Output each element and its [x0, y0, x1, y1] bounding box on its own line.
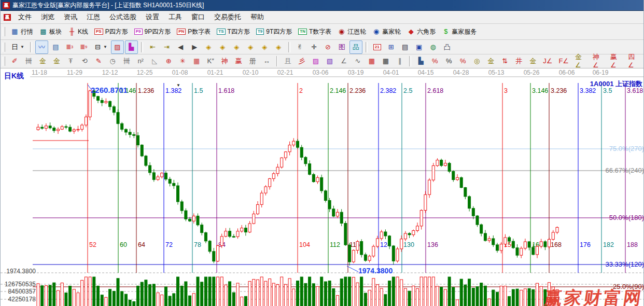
save-button[interactable]: ▣ [413, 40, 426, 54]
hatch-box-button[interactable]: ▧ [323, 54, 336, 68]
f-angle-button[interactable]: F∠ [556, 54, 571, 68]
ruler-scale-button[interactable]: 册 [246, 54, 259, 68]
shen-tool-button[interactable]: 神 [218, 54, 231, 68]
gann-shift-right-button[interactable]: ◈ [216, 40, 229, 54]
tally-grid-button[interactable]: 卌 [22, 54, 35, 68]
zoom-disable-button[interactable]: ⊘ [321, 40, 334, 54]
calendar-button[interactable]: 21 [371, 40, 384, 54]
t-square-button[interactable]: TST四方形 [214, 25, 253, 38]
volume-stat-button[interactable]: ▙ [414, 54, 427, 68]
circle-cross-button[interactable]: ⊕ [162, 54, 175, 68]
parallel-button[interactable]: ∥ [393, 54, 406, 68]
toolbar-handle[interactable] [3, 27, 5, 36]
chart-pattern-button[interactable]: 图 [335, 40, 348, 54]
toolbar-handle[interactable] [3, 57, 5, 66]
pattern-view-button[interactable]: ▨ [111, 40, 124, 54]
four-angle-button[interactable]: 四∠ [625, 54, 642, 68]
grid-target-button[interactable]: ▦ [190, 54, 203, 68]
calculator-button[interactable]: ⊞ [385, 40, 398, 54]
winner-wheel-button[interactable]: ◉赢家轮 [370, 25, 403, 38]
menu-file[interactable]: 文件 [13, 11, 36, 23]
pan-hand-button[interactable]: ✌ [293, 40, 306, 54]
time-circle-button[interactable]: ◷ [106, 54, 119, 68]
volume-view-button[interactable]: ▙ [125, 40, 138, 54]
next-page-button[interactable]: ▶ [188, 40, 201, 54]
gold-section-button[interactable]: 金 [36, 54, 49, 68]
last-page-button[interactable]: ⇥ [160, 40, 173, 54]
mirror-angle-button[interactable]: ◺ [148, 54, 161, 68]
kline-button[interactable]: ╫K线 [65, 25, 91, 38]
crosshair-button[interactable]: ✛ [307, 40, 320, 54]
notes-button[interactable]: ▤ [399, 40, 412, 54]
kline-chart[interactable]: 11-1811-2912-1212-2501-0801-2102-1002-21… [1, 68, 644, 306]
gann-shift-left-button[interactable]: ◈ [202, 40, 215, 54]
gann-fit-button[interactable]: ◈ [272, 40, 285, 54]
prev-page-button[interactable]: ◀ [174, 40, 187, 54]
n-square-button[interactable]: n² [134, 54, 147, 68]
ray-fan-button[interactable]: 彡 [295, 54, 308, 68]
red-grid-button[interactable]: ▦ [365, 54, 378, 68]
bars-9-button[interactable]: Ⅲ9 [77, 40, 90, 54]
gold-circle-button[interactable]: ◎ [470, 54, 483, 68]
brush-angle-button[interactable]: ✎ [92, 54, 105, 68]
menu-gann[interactable]: 江恩 [82, 11, 105, 23]
gann-expand-button[interactable]: ◈ [258, 40, 271, 54]
menu-tools[interactable]: 工具 [164, 11, 187, 23]
angle-set-button[interactable]: ∠ [337, 54, 350, 68]
toolbar-handle[interactable] [3, 43, 5, 52]
time-chart-button[interactable]: 〰 [35, 40, 48, 54]
cluster-button[interactable]: 品 [349, 40, 362, 54]
chart-area[interactable]: 11-1811-2912-1212-2501-0801-2102-1002-21… [1, 68, 644, 306]
frame-grid-button[interactable]: 且 [281, 54, 294, 68]
f-level-button[interactable]: Ŧ [64, 54, 77, 68]
menu-help[interactable]: 帮助 [246, 11, 269, 23]
shen-angle-button[interactable]: 神∠ [590, 54, 607, 68]
percent-line-button[interactable]: % [456, 54, 469, 68]
j-angle-button[interactable]: J∠ [540, 54, 555, 68]
p-square-button[interactable]: PSP四方形 [92, 25, 131, 38]
winner-service-button[interactable]: $赢家服务 [439, 25, 479, 38]
f10-info-button[interactable]: ▤ [49, 40, 62, 54]
web-resource-button[interactable]: ◍ [427, 40, 440, 54]
9p-square-button[interactable]: P99P四方形 [132, 25, 173, 38]
shaded-box-button[interactable]: ▨ [309, 54, 322, 68]
gold-angle2-button[interactable]: 金∠ [572, 54, 589, 68]
menu-news[interactable]: 资讯 [59, 11, 82, 23]
first-page-button[interactable]: ⇤ [146, 40, 159, 54]
gann-compress-button[interactable]: ◈ [244, 40, 257, 54]
9t-square-button[interactable]: T99T四方形 [254, 25, 295, 38]
gold-section-alt-button[interactable]: 金 [50, 54, 63, 68]
sectors-button[interactable]: ▩板块 [37, 25, 64, 38]
t-number-table-button[interactable]: TNT数字表 [296, 25, 334, 38]
spiral-button[interactable]: ⟲ [78, 54, 91, 68]
period-day-dropdown[interactable]: 日▼ [8, 40, 27, 54]
updown-button[interactable]: ⇅ [498, 54, 511, 68]
percent-plain-button[interactable]: % [442, 54, 455, 68]
menu-browse[interactable]: 浏览 [36, 11, 59, 23]
gold-flat-button[interactable]: 金 [484, 54, 497, 68]
gann-stretch-button[interactable]: ◈ [230, 40, 243, 54]
print-button[interactable]: 凸 [441, 40, 454, 54]
dark-grid-button[interactable]: ▦ [379, 54, 392, 68]
net-grid-button[interactable]: 井 [512, 54, 525, 68]
ying-tool-button[interactable]: 赢 [232, 54, 245, 68]
menu-formula-stock-pick[interactable]: 公式选股 [105, 11, 141, 23]
kline-mark-button[interactable]: K″ [204, 54, 217, 68]
quotes-button[interactable]: ▦行情 [8, 25, 36, 38]
tally-grid2-button[interactable]: 卌 [120, 54, 133, 68]
p-number-table-button[interactable]: PNP数字表 [174, 25, 213, 38]
gann-wheel-button[interactable]: ◉江恩轮 [335, 25, 369, 38]
menu-window[interactable]: 窗口 [187, 11, 209, 23]
star-rays-button[interactable]: ✳ [176, 54, 189, 68]
menu-trade-order[interactable]: 交易委托 [209, 11, 246, 23]
wave-button[interactable]: ∿ [351, 54, 364, 68]
percent-red-button[interactable]: % [428, 54, 441, 68]
candle-style-dropdown[interactable]: ⊟▼ [91, 40, 110, 54]
gold-angle-button[interactable]: 金 [526, 54, 539, 68]
span-arrow-button[interactable]: ↔ [260, 54, 273, 68]
menu-settings[interactable]: 设置 [141, 11, 164, 23]
hexagon-button[interactable]: ◆六角形 [404, 25, 438, 38]
bars-3-button[interactable]: Ⅲ3 [63, 40, 76, 54]
ying-angle-button[interactable]: 赢∠ [608, 54, 624, 68]
brush-tool-button[interactable]: ✐ [8, 54, 21, 68]
